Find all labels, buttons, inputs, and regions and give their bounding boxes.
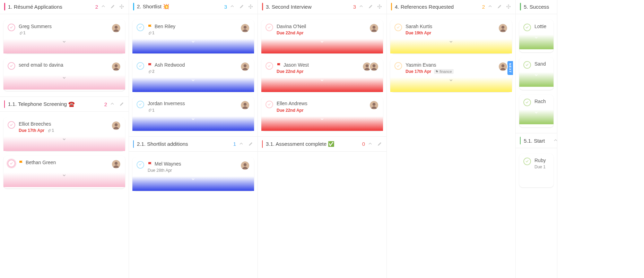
expand-icon[interactable] [534, 110, 539, 116]
avatar[interactable] [111, 62, 121, 71]
complete-toggle[interactable] [8, 62, 15, 70]
assignees[interactable] [114, 62, 121, 71]
expand-icon[interactable] [534, 35, 539, 41]
complete-toggle[interactable] [394, 62, 402, 70]
expand-icon[interactable] [62, 40, 67, 45]
move-icon[interactable] [119, 4, 124, 9]
edit-icon[interactable] [497, 4, 502, 9]
assignees[interactable] [114, 23, 121, 33]
expand-icon[interactable] [62, 76, 67, 81]
move-icon[interactable] [506, 4, 511, 9]
avatar[interactable] [240, 62, 250, 71]
complete-toggle[interactable] [523, 158, 531, 165]
avatar[interactable] [111, 159, 121, 169]
expand-icon[interactable] [320, 117, 324, 123]
collapse-icon[interactable] [359, 4, 364, 9]
card[interactable]: Mel Waynes Due 28th Apr [132, 157, 254, 191]
expand-icon[interactable] [62, 137, 67, 143]
avatar[interactable] [111, 121, 121, 130]
card[interactable]: Sand [519, 57, 554, 90]
complete-toggle[interactable] [266, 62, 273, 70]
assignees[interactable] [243, 100, 250, 110]
edit-icon[interactable] [377, 141, 382, 147]
edit-icon[interactable] [368, 4, 373, 9]
edit-icon[interactable] [119, 101, 124, 107]
assignees[interactable] [501, 23, 508, 33]
assignees[interactable] [243, 161, 250, 170]
assignees[interactable] [243, 23, 250, 33]
avatar[interactable] [240, 23, 250, 33]
expand-icon[interactable] [534, 174, 539, 179]
expand-icon[interactable] [449, 40, 453, 45]
card[interactable]: Rach [519, 95, 554, 127]
assignees[interactable] [114, 159, 121, 169]
complete-toggle[interactable] [8, 121, 15, 129]
collapse-icon[interactable] [239, 141, 244, 147]
avatar[interactable] [111, 23, 121, 33]
card[interactable]: Jordan Inverness 1 [132, 97, 254, 130]
avatar[interactable] [369, 23, 379, 33]
avatar[interactable] [498, 23, 508, 33]
card[interactable]: Ellen Andrews Due 22nd Apr [261, 97, 383, 130]
assignees[interactable] [243, 62, 250, 71]
column-title: 3.1. Assessment complete ✅ [266, 141, 334, 147]
assignees[interactable] [372, 100, 379, 110]
card-gradient [519, 173, 554, 187]
column-accent-bar [391, 3, 392, 10]
assignees[interactable] [365, 62, 379, 71]
card[interactable]: Ruby Due 1 [519, 154, 554, 187]
avatar[interactable] [369, 62, 379, 71]
card[interactable]: Sarah Kurtis Due 19th Apr [390, 20, 512, 53]
expand-icon[interactable] [320, 40, 324, 45]
card[interactable]: send email to davina [3, 58, 125, 91]
expand-icon[interactable] [191, 177, 195, 183]
complete-toggle[interactable] [137, 101, 144, 108]
complete-toggle[interactable] [523, 24, 531, 31]
collapse-icon[interactable] [110, 101, 115, 107]
card[interactable]: Davina O'Neil Due 22nd Apr [261, 20, 383, 53]
card[interactable]: Jason West Due 22nd Apr [261, 58, 383, 92]
collapse-icon[interactable] [101, 4, 106, 9]
edit-icon[interactable] [110, 4, 115, 9]
assignees[interactable] [114, 121, 121, 130]
complete-toggle[interactable] [137, 62, 144, 70]
complete-toggle[interactable] [394, 24, 402, 31]
complete-toggle[interactable] [8, 160, 15, 167]
expand-icon[interactable] [191, 78, 195, 84]
complete-toggle[interactable] [137, 161, 144, 169]
expand-icon[interactable] [191, 40, 195, 45]
collapse-icon[interactable] [368, 141, 373, 147]
collapse-icon[interactable] [488, 4, 493, 9]
expand-icon[interactable] [449, 78, 453, 84]
complete-toggle[interactable] [266, 101, 273, 108]
expand-icon[interactable] [191, 117, 195, 123]
avatar[interactable] [240, 100, 250, 110]
assignees[interactable] [501, 62, 508, 71]
complete-toggle[interactable] [137, 24, 144, 31]
complete-toggle[interactable] [8, 24, 15, 31]
expand-icon[interactable] [534, 73, 539, 78]
card[interactable]: Greg Summers 1 [3, 20, 125, 53]
collapse-icon[interactable] [553, 138, 557, 143]
move-icon[interactable] [377, 4, 382, 9]
card[interactable]: Ash Redwood 2 [132, 58, 254, 92]
avatar[interactable] [369, 100, 379, 110]
complete-toggle[interactable] [523, 61, 531, 69]
card[interactable]: NEXT Yasmin Evans Due 17th Aprfinance [390, 58, 512, 92]
expand-icon[interactable] [62, 173, 67, 179]
avatar[interactable] [498, 62, 508, 71]
expand-icon[interactable] [320, 78, 324, 84]
collapse-icon[interactable] [230, 4, 235, 9]
card[interactable]: Bethan Green [3, 156, 125, 188]
move-icon[interactable] [248, 4, 253, 9]
edit-icon[interactable] [239, 4, 244, 9]
card[interactable]: Elliot Breeches Due 17th Apr1 [3, 117, 125, 151]
complete-toggle[interactable] [266, 24, 273, 31]
card[interactable]: Ben Riley 1 [132, 20, 254, 53]
assignees[interactable] [372, 23, 379, 33]
avatar[interactable] [240, 161, 250, 170]
card[interactable]: Lottie [519, 20, 554, 52]
card-title: Mel Waynes [148, 161, 240, 167]
complete-toggle[interactable] [523, 99, 531, 106]
edit-icon[interactable] [248, 141, 253, 147]
